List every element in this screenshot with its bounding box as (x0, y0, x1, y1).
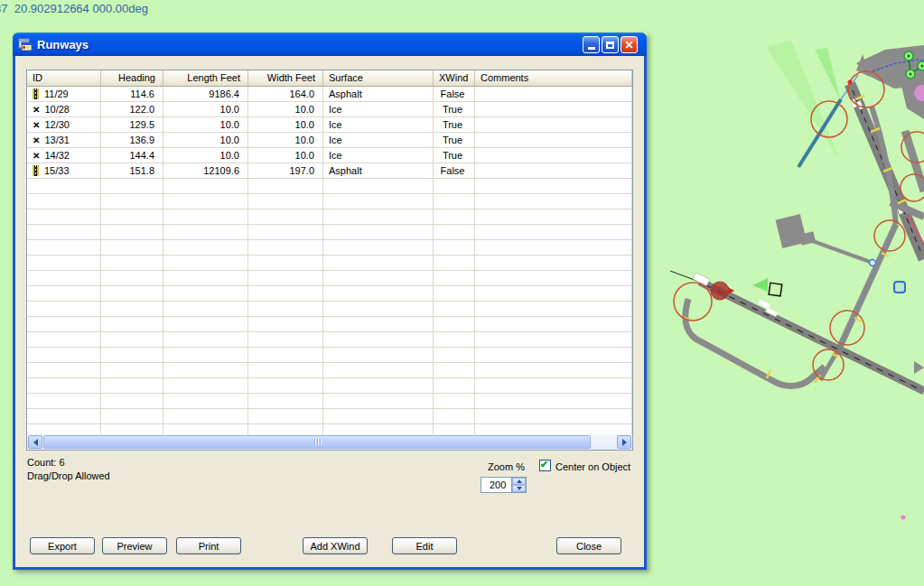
cell-width (248, 256, 323, 271)
cell-id (27, 409, 101, 424)
cell-width (248, 409, 323, 424)
grid-header-row: IDHeadingLength FeetWidth FeetSurfaceXWi… (27, 70, 632, 87)
titlebar[interactable]: Runways ✕ (13, 33, 647, 56)
cell-xwind (434, 348, 475, 363)
horizontal-scrollbar[interactable] (27, 434, 632, 450)
zoom-down-button[interactable] (512, 485, 526, 492)
cell-xwind (434, 286, 475, 302)
empty-row (27, 332, 632, 348)
column-header-comments[interactable]: Comments (475, 70, 632, 87)
cell-length (163, 271, 248, 286)
empty-row (27, 394, 632, 409)
empty-row (27, 209, 632, 225)
cell-comments (475, 194, 632, 209)
runway-closed-icon: ✕ (33, 120, 40, 130)
cell-xwind: False (434, 163, 475, 179)
column-header-length[interactable]: Length Feet (163, 70, 248, 87)
approach-line (798, 99, 841, 167)
runway-id-label: 10/28 (44, 104, 70, 115)
cell-heading (101, 225, 163, 240)
form-icon (18, 37, 33, 51)
count-status: Count: 6 (27, 457, 65, 468)
scrollbar-thumb[interactable] (43, 435, 591, 449)
empty-row (27, 348, 632, 363)
cell-surface (323, 179, 434, 194)
cell-id: ✕12/30 (27, 117, 101, 133)
zoom-value[interactable]: 200 (481, 478, 511, 492)
cell-surface: Ice (323, 148, 434, 163)
cell-xwind (434, 271, 475, 286)
cell-width: 10.0 (248, 117, 323, 133)
print-button[interactable]: Print (176, 537, 241, 554)
cell-id (27, 332, 101, 348)
table-row[interactable]: 15/33151.812109.6197.0AsphaltFalse (27, 163, 632, 179)
center-on-object-checkbox[interactable] (539, 460, 551, 471)
cell-surface: Ice (323, 133, 434, 148)
cell-length (163, 209, 248, 225)
cell-xwind (434, 409, 475, 424)
cell-width (248, 378, 323, 394)
table-row[interactable]: ✕10/28122.010.010.0IceTrue (27, 102, 632, 117)
cell-comments (475, 409, 632, 424)
cell-comments (475, 148, 632, 163)
column-header-id[interactable]: ID (27, 70, 101, 87)
center-on-object-label: Center on Object (555, 461, 630, 472)
runway-closed-icon: ✕ (33, 151, 40, 161)
cell-heading (101, 363, 163, 378)
export-button[interactable]: Export (30, 537, 95, 554)
scroll-right-button[interactable] (617, 435, 631, 449)
runway-id-label: 13/31 (44, 135, 70, 145)
table-row[interactable]: ✕12/30129.510.010.0IceTrue (27, 117, 632, 133)
cell-surface: Ice (323, 102, 434, 117)
cell-comments (475, 87, 632, 102)
cell-xwind (434, 317, 475, 332)
preview-button[interactable]: Preview (102, 537, 167, 554)
zoom-up-button[interactable] (512, 478, 526, 485)
cell-length: 10.0 (163, 133, 248, 148)
cell-comments (475, 424, 632, 434)
cell-heading (101, 286, 163, 302)
scroll-left-button[interactable] (28, 435, 42, 449)
edit-button[interactable]: Edit (392, 537, 457, 554)
cell-comments (475, 378, 632, 394)
table-row[interactable]: ✕13/31136.910.010.0IceTrue (27, 133, 632, 148)
cell-surface (323, 240, 434, 256)
zoom-spinner[interactable]: 200 (481, 477, 527, 493)
column-header-width[interactable]: Width Feet (248, 70, 323, 87)
runways-grid: IDHeadingLength FeetWidth FeetSurfaceXWi… (26, 70, 633, 451)
cell-id (27, 286, 101, 302)
cell-heading (101, 240, 163, 256)
cell-width (248, 179, 323, 194)
cell-id (27, 240, 101, 256)
close-icon: ✕ (624, 40, 633, 51)
column-header-xwind[interactable]: XWind (434, 70, 475, 87)
cell-surface (323, 286, 434, 302)
cell-surface: Asphalt (323, 163, 434, 179)
cell-surface (323, 394, 434, 409)
cell-width: 197.0 (248, 163, 323, 179)
cell-length (163, 394, 248, 409)
runway-open-icon (33, 88, 39, 99)
hold-point (870, 260, 876, 266)
column-header-heading[interactable]: Heading (101, 70, 163, 87)
cell-width (248, 317, 323, 332)
cell-xwind (434, 256, 475, 271)
cell-xwind (434, 332, 475, 348)
cell-surface (323, 363, 434, 378)
close-button[interactable]: Close (556, 537, 621, 554)
wind-cone (752, 278, 768, 292)
window-title: Runways (37, 38, 89, 51)
table-row[interactable]: ✕14/32144.410.010.0IceTrue (27, 148, 632, 163)
cell-width: 10.0 (248, 148, 323, 163)
cell-id (27, 256, 101, 271)
add-xwind-button[interactable]: Add XWind (303, 537, 368, 554)
cell-width (248, 302, 323, 317)
maximize-button[interactable] (602, 36, 619, 53)
close-window-button[interactable]: ✕ (621, 36, 638, 53)
runway-1 (670, 271, 924, 395)
cell-width (248, 363, 323, 378)
table-row[interactable]: 11/29114.69186.4164.0AsphaltFalse (27, 87, 632, 102)
cell-id: 11/29 (27, 87, 101, 102)
minimize-button[interactable] (583, 36, 600, 53)
column-header-surface[interactable]: Surface (323, 70, 434, 87)
